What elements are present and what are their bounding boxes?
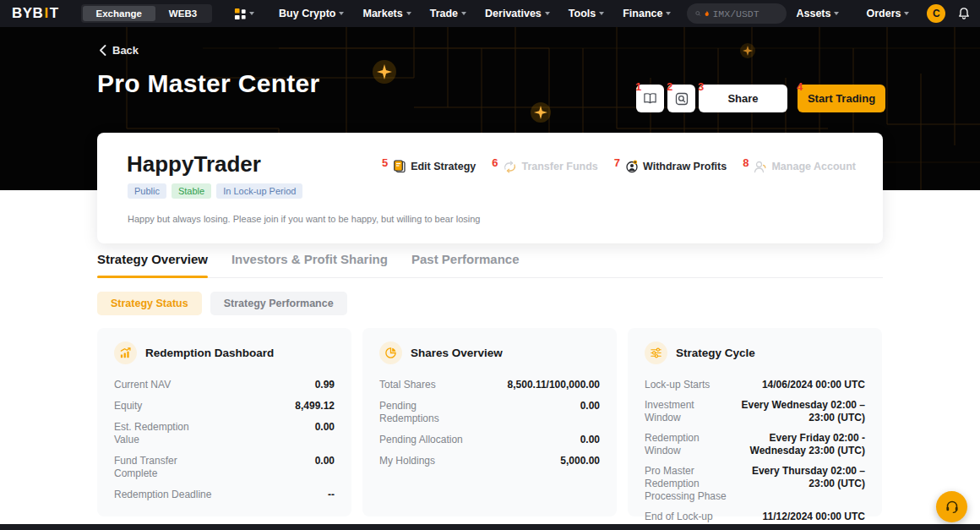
sliders-icon xyxy=(645,341,667,364)
book-icon xyxy=(643,92,657,105)
annotation-mark-1: 1 xyxy=(635,81,641,92)
footer-bar xyxy=(0,524,980,530)
withdraw-profits-icon xyxy=(625,160,639,173)
exchange-web3-toggle: Exchange WEB3 xyxy=(81,4,213,23)
logo-accent: I xyxy=(44,5,48,22)
nav-item-finance[interactable]: Finance xyxy=(613,8,680,19)
annotation-mark-3: 3 xyxy=(698,81,704,92)
stat-row: Est. Redemption Value0.00 xyxy=(114,417,335,451)
sub-tab-pills: Strategy Status Strategy Performance xyxy=(97,292,883,315)
card-title: Shares Overview xyxy=(411,347,503,359)
badge-public: Public xyxy=(128,183,166,199)
withdraw-profits-button[interactable]: 7 Withdraw Profits xyxy=(614,160,727,173)
bar-chart-icon xyxy=(114,341,137,364)
pill-strategy-performance[interactable]: Strategy Performance xyxy=(210,292,347,315)
nav-item-buy-crypto[interactable]: Buy Crypto xyxy=(270,8,353,19)
stat-row: Pro Master Redemption Processing PhaseEv… xyxy=(645,461,865,506)
nav-item-tools[interactable]: Tools xyxy=(559,8,613,19)
hero-action-buttons: 1 2 3 Share 4 Start Trading xyxy=(636,85,885,112)
share-label: Share xyxy=(727,92,758,105)
pill-strategy-status[interactable]: Strategy Status xyxy=(97,292,202,315)
annotation-mark-4: 4 xyxy=(797,81,803,92)
preview-button[interactable]: 2 xyxy=(667,85,695,112)
nav-item-orders[interactable]: Orders xyxy=(857,8,918,19)
chevron-down-icon xyxy=(666,12,671,15)
nav-item-derivatives[interactable]: Derivatives xyxy=(476,8,559,19)
chevron-down-icon xyxy=(461,12,466,15)
back-button[interactable]: Back xyxy=(99,44,139,57)
trader-name: HappyTrader xyxy=(127,151,261,178)
nav-menu: Buy Crypto Markets Trade Derivatives Too… xyxy=(270,8,680,19)
logo-text-end: T xyxy=(50,5,59,22)
tab-investors-profit-sharing[interactable]: Investors & Profit Sharing xyxy=(231,252,388,277)
support-chat-button[interactable] xyxy=(936,491,967,522)
annotation-mark-2: 2 xyxy=(667,81,672,92)
search-input[interactable] xyxy=(712,8,778,19)
page-title: Pro Master Center xyxy=(97,69,320,98)
chevron-down-icon xyxy=(599,12,604,15)
pro-master-center-page: BYBIT Exchange WEB3 Buy Crypto Markets T… xyxy=(0,0,980,530)
stat-row: Investment WindowEvery Wednesday 02:00 –… xyxy=(645,395,865,428)
preview-search-icon xyxy=(675,92,689,106)
headset-icon xyxy=(945,500,960,515)
shares-overview-card: Shares Overview Total Shares8,500.11/100… xyxy=(362,328,617,516)
toggle-exchange[interactable]: Exchange xyxy=(83,6,155,21)
edit-strategy-button[interactable]: 5 Edit Strategy xyxy=(382,160,476,173)
back-label: Back xyxy=(112,44,139,57)
share-button[interactable]: 3 Share xyxy=(699,85,787,112)
stat-row: Pending Allocation0.00 xyxy=(379,429,600,451)
card-title: Strategy Cycle xyxy=(676,347,755,359)
badge-lockup: In Lock-up Period xyxy=(216,183,302,199)
trader-profile-card: HappyTrader Public Stable In Lock-up Per… xyxy=(97,133,883,243)
apps-grid-icon xyxy=(234,8,247,20)
stat-row: Equity8,499.12 xyxy=(114,396,335,417)
logo-text: BYB xyxy=(12,5,43,22)
start-trading-label: Start Trading xyxy=(808,92,875,105)
card-title: Redemption Dashboard xyxy=(145,347,274,359)
chevron-left-icon xyxy=(99,45,106,56)
bybit-logo[interactable]: BYBIT xyxy=(12,5,59,22)
search-icon xyxy=(695,8,701,19)
annotation-mark-6: 6 xyxy=(492,157,498,168)
nav-item-markets[interactable]: Markets xyxy=(353,8,420,19)
tab-bar: Strategy Overview Investors & Profit Sha… xyxy=(97,252,883,278)
stat-cards: Redemption Dashboard Current NAV0.99 Equ… xyxy=(97,328,883,516)
redemption-dashboard-card: Redemption Dashboard Current NAV0.99 Equ… xyxy=(97,328,351,516)
annotation-mark-7: 7 xyxy=(614,157,620,168)
chevron-down-icon xyxy=(249,12,254,15)
badge-row: Public Stable In Lock-up Period xyxy=(128,183,302,199)
stat-row: Total Shares8,500.11/100,000.00 xyxy=(379,374,600,396)
stat-row: Redemption Deadline-- xyxy=(114,484,335,505)
tab-strategy-overview[interactable]: Strategy Overview xyxy=(97,252,208,277)
strategy-cycle-card: Strategy Cycle Lock-up Starts14/06/2024 … xyxy=(628,328,882,516)
chevron-down-icon xyxy=(339,12,344,15)
apps-grid-button[interactable] xyxy=(234,8,254,20)
annotation-mark-8: 8 xyxy=(743,157,749,168)
toggle-web3[interactable]: WEB3 xyxy=(155,6,210,21)
start-trading-button[interactable]: 4 Start Trading xyxy=(798,85,885,112)
stat-row: Pending Redemptions0.00 xyxy=(379,396,600,429)
manage-account-button[interactable]: 8 Manage Account xyxy=(743,161,856,173)
notifications-button[interactable] xyxy=(954,3,974,24)
nav-item-assets[interactable]: Assets xyxy=(787,8,848,19)
top-nav: BYBIT Exchange WEB3 Buy Crypto Markets T… xyxy=(0,0,980,27)
chevron-down-icon xyxy=(834,12,839,15)
pie-chart-icon xyxy=(379,341,402,364)
transfer-funds-button[interactable]: 6 Transfer Funds xyxy=(492,161,598,173)
stat-row: Fund Transfer Complete0.00 xyxy=(114,451,335,484)
stat-row: Lock-up Starts14/06/2024 00:00 UTC xyxy=(645,374,865,395)
nav-right: Assets Orders C xyxy=(787,3,980,24)
annotation-mark-5: 5 xyxy=(382,157,388,168)
user-avatar[interactable]: C xyxy=(927,4,945,23)
chevron-down-icon xyxy=(904,12,909,15)
edit-strategy-icon xyxy=(393,160,406,173)
strategy-guide-button[interactable]: 1 xyxy=(636,85,664,112)
badge-stable: Stable xyxy=(172,183,211,199)
chevron-down-icon xyxy=(545,12,550,15)
nav-item-trade[interactable]: Trade xyxy=(421,8,476,19)
nav-search[interactable] xyxy=(687,3,787,24)
flame-icon xyxy=(705,8,709,19)
bell-icon xyxy=(957,7,971,20)
tab-past-performance[interactable]: Past Performance xyxy=(411,252,520,277)
transfer-funds-icon xyxy=(503,161,517,173)
